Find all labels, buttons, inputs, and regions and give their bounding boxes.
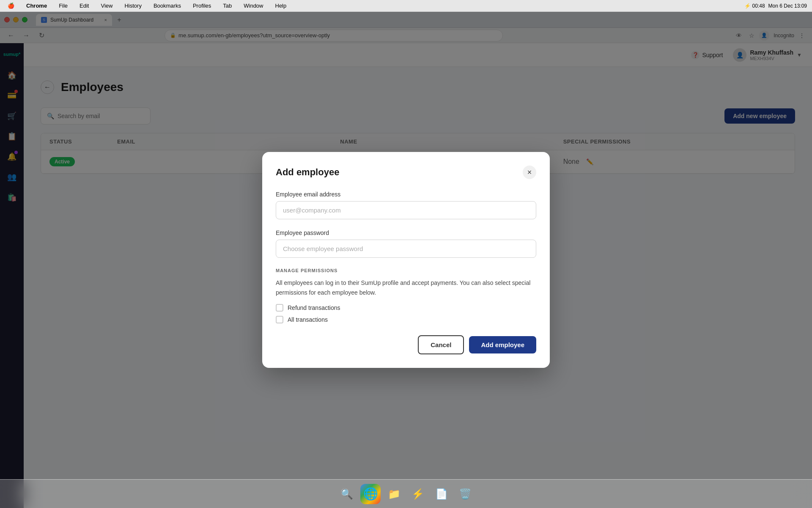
employee-password-input[interactable] <box>276 240 536 258</box>
menu-bar-right: ⚡ 00:48 Mon 6 Dec 13:09 <box>744 3 807 9</box>
password-label: Employee password <box>276 229 536 236</box>
password-field-group: Employee password <box>276 229 536 258</box>
modal-header: Add employee × <box>276 166 536 179</box>
refund-transactions-checkbox[interactable] <box>276 304 283 312</box>
menu-bar: 🍎 Chrome File Edit View History Bookmark… <box>0 0 812 12</box>
modal-title: Add employee <box>276 167 339 178</box>
permissions-title: MANAGE PERMISSIONS <box>276 268 536 273</box>
profiles-menu[interactable]: Profiles <box>190 2 214 10</box>
dock-files-icon[interactable]: 📁 <box>384 484 404 504</box>
modal-overlay[interactable]: Add employee × Employee email address Em… <box>0 12 812 508</box>
history-menu[interactable]: History <box>122 2 144 10</box>
menu-bar-clock: Mon 6 Dec 13:09 <box>768 3 807 9</box>
permissions-desc: All employees can log in to their SumUp … <box>276 278 536 297</box>
help-menu[interactable]: Help <box>273 2 289 10</box>
refund-transactions-checkbox-item[interactable]: Refund transactions <box>276 304 536 312</box>
all-transactions-checkbox-item[interactable]: All transactions <box>276 316 536 323</box>
apple-menu[interactable]: 🍎 <box>5 2 17 10</box>
edit-menu[interactable]: Edit <box>77 2 91 10</box>
all-transactions-checkbox[interactable] <box>276 316 283 323</box>
modal-footer: Cancel Add employee <box>276 335 536 354</box>
add-employee-button[interactable]: Add employee <box>469 336 536 353</box>
refund-transactions-label: Refund transactions <box>288 304 340 311</box>
employee-email-input[interactable] <box>276 201 536 219</box>
dock-chrome-icon[interactable]: 🌐 <box>360 484 381 504</box>
dock-trash-icon[interactable]: 🗑️ <box>455 484 475 504</box>
dock-lightning-icon[interactable]: ⚡ <box>408 484 428 504</box>
view-menu[interactable]: View <box>98 2 115 10</box>
email-field-group: Employee email address <box>276 191 536 219</box>
mac-dock: 🔍 🌐 📁 ⚡ 📄 🗑️ <box>0 479 812 508</box>
cancel-button[interactable]: Cancel <box>418 335 464 354</box>
modal-close-button[interactable]: × <box>523 166 536 179</box>
chrome-menu[interactable]: Chrome <box>24 2 49 10</box>
dock-notes-icon[interactable]: 📄 <box>431 484 452 504</box>
bookmarks-menu[interactable]: Bookmarks <box>151 2 184 10</box>
file-menu[interactable]: File <box>56 2 70 10</box>
add-employee-modal: Add employee × Employee email address Em… <box>262 152 550 368</box>
dock-finder-icon[interactable]: 🔍 <box>337 484 357 504</box>
battery-status: ⚡ 00:48 <box>744 3 765 9</box>
permissions-section: MANAGE PERMISSIONS All employees can log… <box>276 268 536 323</box>
tab-menu[interactable]: Tab <box>220 2 234 10</box>
email-label: Employee email address <box>276 191 536 198</box>
window-menu[interactable]: Window <box>241 2 266 10</box>
all-transactions-label: All transactions <box>288 316 328 323</box>
